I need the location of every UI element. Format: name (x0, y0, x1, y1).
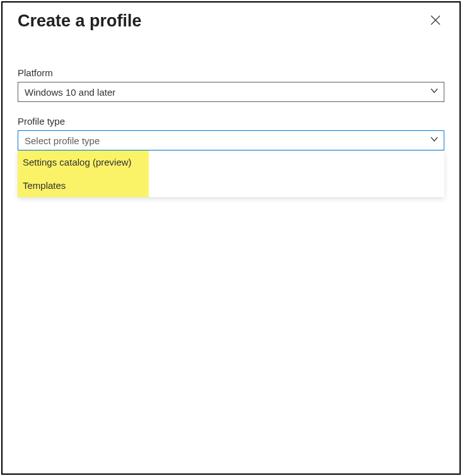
panel-header: Create a profile (18, 11, 444, 31)
profile-type-option-settings-catalog[interactable]: Settings catalog (preview) (18, 150, 149, 174)
platform-label: Platform (18, 67, 444, 78)
chevron-down-icon (430, 86, 439, 98)
platform-select[interactable]: Windows 10 and later (18, 82, 444, 102)
platform-field: Platform Windows 10 and later (18, 67, 444, 102)
close-icon (430, 15, 441, 25)
chevron-down-icon (430, 135, 439, 146)
profile-type-placeholder: Select profile type (25, 135, 100, 146)
profile-type-dropdown: Select profile type Settings catalog (pr… (18, 130, 444, 150)
create-profile-panel: Create a profile Platform Windows 10 and… (1, 1, 461, 475)
profile-type-label: Profile type (18, 116, 444, 127)
close-button[interactable] (427, 11, 444, 29)
platform-value: Windows 10 and later (25, 87, 115, 98)
profile-type-field: Profile type Select profile type Setting… (18, 116, 444, 150)
profile-type-options-list: Settings catalog (preview) Templates (18, 150, 444, 197)
panel-title: Create a profile (18, 11, 142, 31)
profile-type-select[interactable]: Select profile type (18, 130, 444, 150)
profile-type-option-templates[interactable]: Templates (18, 174, 149, 197)
